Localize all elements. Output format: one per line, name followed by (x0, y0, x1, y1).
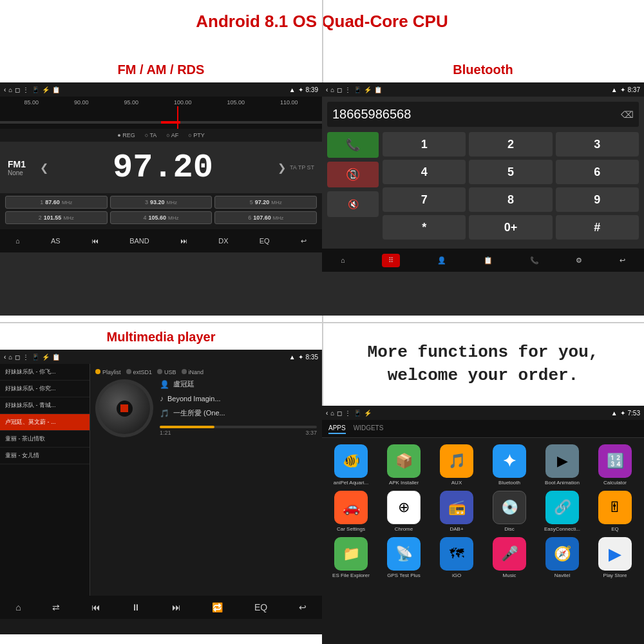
mm-back-icon[interactable]: ‹ (4, 354, 6, 361)
app-anipet[interactable]: 🐠 aniPet Aquari... (327, 444, 375, 486)
apps-home-icon[interactable]: ⌂ (330, 410, 334, 417)
fm-preset-5[interactable]: 5 97.20 MHz (214, 196, 317, 209)
bt-call2-btn[interactable]: 📞 (530, 256, 539, 265)
bt-key-9[interactable]: 9 (556, 187, 639, 212)
mm-playlist-btn[interactable]: Playlist (95, 369, 121, 375)
fm-sub: None (8, 169, 40, 176)
bt-key-1[interactable]: 1 (383, 132, 466, 156)
bt-recent-icon[interactable]: ◻ (337, 86, 342, 93)
mm-repeat-btn[interactable]: 🔁 (212, 602, 223, 612)
bt-menu-icon[interactable]: ⋮ (345, 86, 351, 93)
mm-inand-btn[interactable]: iNand (182, 369, 204, 375)
bt-key-6[interactable]: 6 (556, 160, 639, 184)
fm-dx-btn[interactable]: DX (218, 237, 228, 245)
fm-home-btn[interactable]: ⌂ (15, 237, 20, 245)
bt-home-icon[interactable]: ⌂ (330, 86, 334, 93)
mm-extsd-btn[interactable]: extSD1 (126, 369, 153, 375)
easy-icon: 🔗 (545, 491, 579, 524)
bt-key-star[interactable]: * (383, 215, 466, 240)
app-aux[interactable]: 🎵 AUX (433, 444, 480, 486)
app-boot[interactable]: ▶ Boot Animation (538, 444, 586, 486)
tab-apps[interactable]: APPS (328, 423, 346, 434)
app-navitel[interactable]: 🧭 Navitel (538, 537, 586, 578)
fm-prev-btn[interactable]: ⏮ (91, 237, 99, 245)
app-easy[interactable]: 🔗 EasyConnecti... (538, 491, 586, 532)
mm-song-1[interactable]: 好妹妹乐队 - 你飞... (0, 364, 90, 381)
app-playstore[interactable]: ▶ Play Store (591, 537, 639, 578)
app-bluetooth[interactable]: ✦ Bluetooth (486, 444, 533, 486)
mm-eq-btn[interactable]: EQ (254, 602, 267, 612)
bt-key-4[interactable]: 4 (383, 160, 466, 184)
ta-option[interactable]: ○ TA (145, 132, 157, 138)
back-icon[interactable]: ‹ (4, 86, 6, 93)
mm-song-6[interactable]: 童丽 - 女儿情 (0, 448, 90, 464)
fm-preset-6[interactable]: 6 107.60 MHz (214, 211, 317, 224)
recent-icon[interactable]: ◻ (15, 86, 20, 93)
mm-progress[interactable]: 1:21 3:37 (160, 426, 317, 436)
apps-menu-icon[interactable]: ⋮ (345, 410, 351, 417)
bt-back2-btn[interactable]: ↩ (620, 256, 625, 265)
fm-band-btn[interactable]: BAND (129, 237, 149, 245)
bt-key-2[interactable]: 2 (469, 132, 552, 156)
app-igo[interactable]: 🗺 iGO (433, 537, 480, 578)
fm-next-btn[interactable]: ⏭ (180, 237, 187, 245)
mm-home-icon[interactable]: ⌂ (8, 354, 12, 361)
app-car[interactable]: 🚗 Car Settings (327, 491, 375, 532)
mm-song-2[interactable]: 好妹妹乐队 - 你究... (0, 381, 90, 397)
bt-settings-btn[interactable]: ⚙ (576, 256, 582, 265)
tab-widgets[interactable]: WIDGETS (354, 423, 384, 434)
bt-key-0[interactable]: 0+ (469, 215, 552, 240)
app-dab[interactable]: 📻 DAB+ (433, 491, 480, 532)
pty-option[interactable]: ○ PTY (188, 132, 204, 138)
mm-shuffle-btn[interactable]: ⇄ (52, 602, 60, 612)
bt-contacts-btn[interactable]: 👤 (437, 256, 446, 265)
bt-back-icon[interactable]: ‹ (326, 86, 328, 93)
bt-home-btn[interactable]: ⌂ (341, 256, 345, 264)
app-music[interactable]: 🎤 Music (486, 537, 533, 578)
bt-key-8[interactable]: 8 (469, 187, 552, 212)
bt-end-button[interactable]: 📵 (327, 162, 379, 187)
mm-song-3[interactable]: 好妹妹乐队 - 青城... (0, 397, 90, 414)
mm-menu-icon[interactable]: ⋮ (23, 354, 29, 361)
bt-backspace-btn[interactable]: ⌫ (621, 109, 634, 120)
app-chrome[interactable]: ⊕ Chrome (380, 491, 428, 532)
reg-option[interactable]: ● REG (117, 132, 135, 138)
bt-recents-btn[interactable]: 📋 (484, 256, 493, 265)
mm-recent-icon[interactable]: ◻ (15, 354, 20, 361)
menu-icon[interactable]: ⋮ (23, 86, 29, 93)
app-calc[interactable]: 🔢 Calculator (591, 444, 639, 486)
mm-usb-btn[interactable]: USB (157, 369, 176, 375)
fm-preset-1[interactable]: 1 87.60 MHz (5, 196, 108, 209)
apps-back-icon[interactable]: ‹ (326, 410, 328, 417)
bt-mute-button[interactable]: 🔇 (327, 191, 379, 217)
af-option[interactable]: ○ AF (166, 132, 178, 138)
apps-recent-icon[interactable]: ◻ (337, 410, 342, 417)
bt-key-hash[interactable]: # (556, 215, 639, 240)
mm-back-btn[interactable]: ↩ (299, 602, 307, 612)
home-icon[interactable]: ⌂ (8, 86, 12, 93)
app-eq[interactable]: 🎚 EQ (591, 491, 639, 532)
mm-play-btn[interactable]: ⏸ (131, 602, 140, 612)
bt-dial-btn[interactable]: ⠿ (382, 254, 400, 267)
app-gps[interactable]: 📡 GPS Test Plus (380, 537, 428, 578)
fm-back-btn[interactable]: ↩ (301, 237, 307, 245)
mm-prev-btn[interactable]: ⏮ (91, 602, 100, 612)
fm-preset-4[interactable]: 4 105.60 MHz (110, 211, 213, 224)
fm-preset-2[interactable]: 2 101.55 MHz (5, 211, 108, 224)
mm-next-btn[interactable]: ⏭ (172, 602, 181, 612)
fm-prev-arrow[interactable]: ❮ (40, 162, 48, 174)
app-es[interactable]: 📁 ES File Explorer (327, 537, 375, 578)
bt-key-7[interactable]: 7 (383, 187, 466, 212)
bt-key-3[interactable]: 3 (556, 132, 639, 156)
mm-home-btn[interactable]: ⌂ (15, 602, 21, 612)
mm-song-5[interactable]: 童丽 - 茶山情歌 (0, 431, 90, 448)
app-disc[interactable]: 💿 Disc (486, 491, 533, 532)
mm-song-4[interactable]: 卢冠廷、莫文蔚 - ... (0, 414, 90, 431)
fm-next-arrow[interactable]: ❯ (278, 162, 286, 174)
fm-eq-btn[interactable]: EQ (260, 237, 270, 245)
bt-key-5[interactable]: 5 (469, 160, 552, 184)
fm-preset-3[interactable]: 3 93.20 MHz (110, 196, 213, 209)
app-apk[interactable]: 📦 APK Installer (380, 444, 428, 486)
fm-as-btn[interactable]: AS (51, 237, 61, 245)
bt-call-button[interactable]: 📞 (327, 132, 379, 158)
